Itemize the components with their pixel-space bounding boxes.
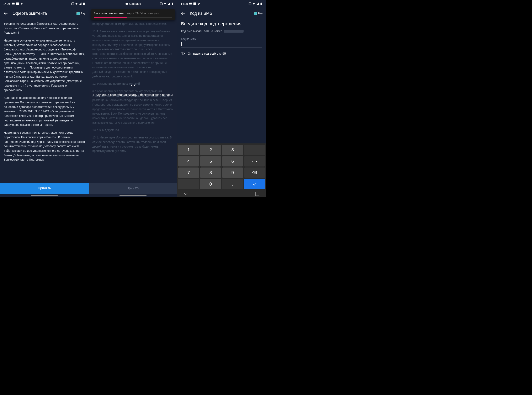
key-space[interactable] <box>244 156 265 166</box>
status-time: 14:25 <box>181 2 188 5</box>
battery-icon <box>171 2 174 5</box>
text-cursor-icon <box>181 42 182 46</box>
svg-rect-0 <box>12 3 15 5</box>
nfc-icon <box>71 2 74 5</box>
key-0[interactable]: 0 <box>200 179 221 189</box>
nfc-icon <box>249 2 252 5</box>
check-icon <box>252 182 257 186</box>
screen-sms-code: 14:25 Код из SMS Pay Введите код подтвер… <box>177 0 266 198</box>
svg-rect-1 <box>16 2 19 5</box>
toast-subtitle: Карта *3454 активируетс.. <box>127 12 162 15</box>
pay-cube-icon <box>254 12 257 15</box>
key-submit[interactable] <box>244 179 265 189</box>
screen-offer: 14:25 Оферта эмитента Pay Условия исполь… <box>0 0 89 198</box>
refresh-icon <box>181 51 185 55</box>
key-7[interactable]: 7 <box>178 168 199 178</box>
sms-input[interactable] <box>181 41 262 48</box>
backspace-icon <box>252 171 257 175</box>
loading-overlay: Получение способов активации бесконтактн… <box>93 85 173 97</box>
back-button[interactable] <box>181 11 185 16</box>
msg-icon <box>12 2 15 5</box>
offer-content[interactable]: Условия использования банковских карт Ак… <box>0 19 89 183</box>
activation-toast[interactable]: Бесконтактная оплата Карта *3454 активир… <box>91 9 175 20</box>
key-backspace[interactable] <box>244 168 265 178</box>
loading-text: Получение способов активации бесконтактн… <box>93 93 173 97</box>
key-dash[interactable]: - <box>244 145 265 155</box>
key-4[interactable]: 4 <box>178 156 199 166</box>
screen-activation: Кошелёк Бесконтактная оплата Карта *3454… <box>89 0 178 198</box>
signal-icon <box>256 2 259 5</box>
key-8[interactable]: 8 <box>200 168 221 178</box>
accept-button[interactable]: Принять <box>0 183 89 194</box>
svg-rect-6 <box>172 3 173 5</box>
sms-sub: Код был выслан вам на номер <box>177 29 266 34</box>
home-indicator[interactable] <box>89 194 178 198</box>
svg-rect-8 <box>193 2 196 5</box>
header: Оферта эмитента Pay <box>0 7 89 19</box>
sms-input-label: Код из SMS <box>177 34 266 41</box>
key-1[interactable]: 1 <box>178 145 199 155</box>
link-registry[interactable]: ссылке <box>20 123 30 126</box>
keyboard-resize-icon[interactable] <box>255 192 259 196</box>
key-9[interactable]: 9 <box>222 168 243 178</box>
arrow-left-icon <box>181 11 185 16</box>
phone-number-hidden <box>224 30 244 33</box>
toast-title: Бесконтактная оплата <box>94 12 124 15</box>
battery-icon <box>83 2 85 5</box>
status-time: 14:25 <box>3 2 11 5</box>
sync-icon <box>197 2 200 5</box>
key-empty[interactable] <box>178 179 199 189</box>
header-title: Оферта эмитента <box>12 11 72 16</box>
svg-rect-9 <box>249 3 251 5</box>
header: Код из SMS Pay <box>177 7 266 19</box>
sms-heading: Введите код подтверждения <box>177 19 266 29</box>
msg-icon <box>189 2 192 5</box>
toast-progress <box>94 17 173 18</box>
sms-input-field[interactable] <box>181 41 262 47</box>
wifi-icon <box>163 2 167 5</box>
battery-icon <box>260 2 263 5</box>
hide-keyboard-button[interactable] <box>184 192 188 196</box>
pay-badge: Pay <box>77 12 85 15</box>
svg-rect-7 <box>189 3 192 5</box>
spinner-icon <box>130 85 136 90</box>
svg-rect-5 <box>160 3 162 5</box>
back-button[interactable] <box>3 11 8 16</box>
space-icon <box>252 160 257 162</box>
status-bar: 14:25 <box>177 0 266 7</box>
signal-icon <box>79 2 82 5</box>
signal-icon <box>167 2 170 5</box>
numeric-keyboard: 1 2 3 - 4 5 6 7 8 9 0 . <box>177 143 266 198</box>
dimmed-terms: по предоставленным третьими лицами канал… <box>89 22 178 183</box>
img-icon <box>16 2 19 5</box>
wifi-icon <box>252 2 255 5</box>
svg-rect-3 <box>83 3 84 5</box>
accept-button-disabled: Принять <box>89 183 178 194</box>
arrow-left-icon <box>3 11 8 16</box>
home-indicator[interactable] <box>0 194 89 198</box>
key-dot[interactable]: . <box>222 179 243 189</box>
key-3[interactable]: 3 <box>222 145 243 155</box>
key-5[interactable]: 5 <box>200 156 221 166</box>
img-icon <box>193 2 196 5</box>
sync-icon <box>20 2 23 5</box>
svg-rect-2 <box>72 3 74 5</box>
pay-badge: Pay <box>254 12 263 15</box>
wifi-icon <box>75 2 78 5</box>
status-bar: Кошелёк <box>89 0 178 7</box>
resend-button[interactable]: Отправить код ещё раз 95 <box>177 48 266 59</box>
svg-rect-4 <box>125 3 128 5</box>
svg-rect-10 <box>260 3 262 5</box>
key-6[interactable]: 6 <box>222 156 243 166</box>
header-title: Код из SMS <box>190 11 250 16</box>
wallet-icon <box>125 2 128 5</box>
chevron-down-icon <box>184 193 188 195</box>
nfc-icon <box>160 2 163 5</box>
status-bar: 14:25 <box>0 0 89 7</box>
pay-cube-icon <box>77 12 80 15</box>
key-2[interactable]: 2 <box>200 145 221 155</box>
